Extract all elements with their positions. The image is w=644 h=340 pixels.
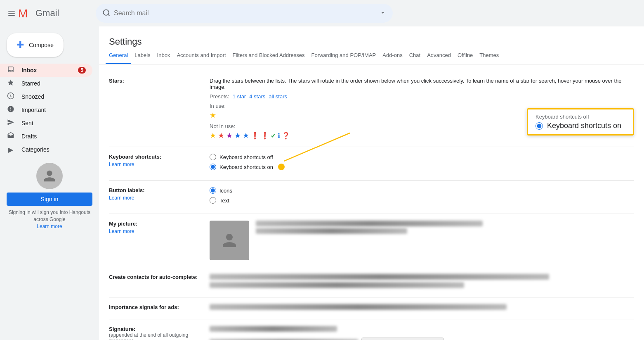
star-purple[interactable]: ★	[226, 131, 233, 140]
search-bar[interactable]	[96, 4, 393, 23]
tab-general[interactable]: General	[106, 47, 131, 64]
picture-options	[256, 221, 634, 236]
star-exclaim-red[interactable]: ❗	[251, 132, 259, 140]
keyboard-shortcuts-on-radio[interactable]	[210, 164, 216, 170]
signature-name-row: -- Select --	[210, 338, 634, 340]
starred-label: Starred	[21, 80, 86, 87]
button-labels-label: Button labels:	[109, 187, 200, 193]
callout-label: Keyboard shortcuts on	[547, 121, 621, 130]
settings-tabs: General Labels Inbox Accounts and Import…	[99, 47, 644, 64]
button-labels-text-option[interactable]: Text	[210, 197, 634, 204]
hangouts-section: Sign in Signing in will sign you into Ha…	[0, 156, 99, 236]
star-question[interactable]: ❓	[282, 132, 290, 140]
svg-point-1	[104, 10, 109, 15]
signature-row: Signature: (appended at the end of all o…	[109, 319, 634, 340]
sidebar-item-categories[interactable]: ▶ Categories	[0, 143, 92, 156]
sign-in-button[interactable]: Sign in	[7, 193, 92, 206]
button-labels-icons-radio[interactable]	[210, 187, 216, 194]
compose-button[interactable]: ✚ Compose	[7, 33, 64, 57]
keyboard-shortcuts-off-radio[interactable]	[210, 154, 216, 160]
star-red[interactable]: ★	[218, 131, 224, 140]
keyboard-shortcuts-on-label: Keyboard shortcuts on	[219, 164, 273, 170]
signature-sublabel: (appended at the end of all outgoing mes…	[109, 332, 200, 340]
tab-chat[interactable]: Chat	[406, 47, 424, 64]
categories-expand-icon: ▶	[7, 146, 15, 154]
profile-picture[interactable]	[210, 221, 249, 260]
my-picture-learn-more[interactable]: Learn more	[109, 228, 200, 234]
sidebar-item-sent[interactable]: Sent	[0, 117, 92, 130]
my-picture-content	[210, 221, 634, 260]
callout-off-text: Keyboard shortcuts off	[535, 114, 625, 120]
star-blue[interactable]: ★	[234, 131, 241, 140]
star-blue2[interactable]: ★	[243, 131, 249, 140]
keyboard-shortcuts-off-label: Keyboard shortcuts off	[219, 154, 273, 160]
tab-inbox[interactable]: Inbox	[154, 47, 174, 64]
sidebar-item-inbox[interactable]: Inbox 5	[0, 64, 92, 77]
button-labels-text-radio[interactable]	[210, 197, 216, 204]
tab-addons[interactable]: Add-ons	[379, 47, 406, 64]
button-labels-icons-label: Icons	[219, 188, 232, 194]
tab-offline[interactable]: Offline	[454, 47, 476, 64]
search-dropdown-icon[interactable]	[380, 10, 386, 17]
callout-radio[interactable]	[535, 122, 543, 130]
annotation-dot	[278, 164, 285, 170]
my-picture-row: My picture: Learn more	[109, 214, 634, 267]
search-input[interactable]	[114, 10, 376, 17]
signature-opt1	[210, 326, 337, 332]
keyboard-shortcuts-off-option[interactable]: Keyboard shortcuts off	[210, 154, 634, 160]
picture-option-2	[256, 228, 407, 234]
tab-accounts[interactable]: Accounts and Import	[173, 47, 229, 64]
presets-row: Presets: 1 star 4 stars all stars	[210, 93, 634, 100]
button-labels-learn-more[interactable]: Learn more	[109, 195, 200, 201]
tab-advanced[interactable]: Advanced	[424, 47, 454, 64]
hangouts-learn-more-link[interactable]: Learn more	[37, 223, 62, 229]
hangouts-description: Signing in will sign you into Hangouts a…	[7, 209, 92, 230]
tab-forwarding[interactable]: Forwarding and POP/IMAP	[308, 47, 379, 64]
inbox-label: Inbox	[21, 67, 71, 74]
inbox-icon	[7, 66, 15, 75]
tab-filters[interactable]: Filters and Blocked Addresses	[229, 47, 308, 64]
create-contacts-label: Create contacts for auto-complete:	[109, 274, 200, 280]
inbox-badge: 5	[78, 67, 86, 74]
sidebar-item-snoozed[interactable]: Snoozed	[0, 90, 92, 103]
preset-4stars[interactable]: 4 stars	[249, 93, 265, 100]
signature-content: -- Select -- Sans Serif ▾ — ▾ B I U A 🔗	[210, 326, 634, 340]
stars-label: Stars:	[109, 78, 200, 84]
tab-themes[interactable]: Themes	[476, 47, 502, 64]
star-yellow[interactable]: ★	[210, 111, 216, 120]
star-exclaim-orange[interactable]: ❗	[261, 132, 269, 140]
keyboard-shortcuts-on-option[interactable]: Keyboard shortcuts on	[210, 164, 634, 170]
compose-plus-icon: ✚	[17, 40, 24, 50]
preset-1star[interactable]: 1 star	[233, 93, 246, 100]
button-labels-icons-option[interactable]: Icons	[210, 187, 634, 194]
keyboard-shortcuts-learn-more[interactable]: Learn more	[109, 162, 200, 167]
sidebar-item-drafts[interactable]: Drafts	[0, 130, 92, 143]
signature-select[interactable]: -- Select --	[361, 338, 444, 340]
search-icon	[102, 9, 111, 18]
settings-body: Stars: Drag the stars between the lists.…	[99, 64, 644, 340]
logo-area: M Gmail	[7, 5, 89, 21]
preset-allstars[interactable]: all stars	[269, 93, 287, 100]
picture-option-1	[256, 221, 483, 226]
my-picture-label: My picture:	[109, 221, 200, 227]
categories-label: Categories	[21, 146, 86, 153]
keyboard-shortcuts-content: Keyboard shortcuts off Keyboard shortcut…	[210, 154, 634, 174]
star-info-blue[interactable]: ℹ	[278, 132, 280, 140]
settings-title: Settings	[99, 26, 644, 47]
hamburger-menu[interactable]	[7, 8, 17, 18]
sidebar-item-starred[interactable]: Starred	[0, 77, 92, 90]
button-labels-row: Button labels: Learn more Icons Text	[109, 181, 634, 214]
sidebar-item-important[interactable]: Important	[0, 103, 92, 117]
importance-signals-label: Importance signals for ads:	[109, 304, 200, 310]
create-contacts-row: Create contacts for auto-complete:	[109, 267, 634, 297]
topbar: M Gmail	[0, 0, 644, 26]
create-contacts-opt1	[210, 274, 549, 280]
star-check-green[interactable]: ✔	[271, 132, 276, 140]
star-orange[interactable]: ★	[210, 131, 216, 140]
signature-label: Signature:	[109, 326, 200, 332]
importance-signals-row: Importance signals for ads:	[109, 297, 634, 319]
drafts-icon	[7, 132, 15, 141]
tab-labels[interactable]: Labels	[131, 47, 153, 64]
callout-box: Keyboard shortcuts off Keyboard shortcut…	[527, 108, 634, 136]
callout-on-row: Keyboard shortcuts on	[535, 121, 625, 130]
